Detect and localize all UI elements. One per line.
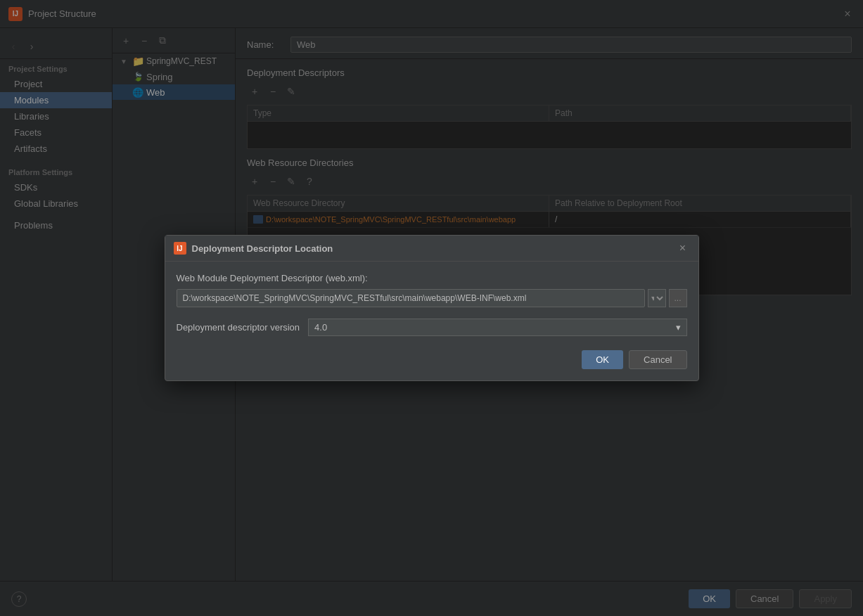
modal-input-row: ▾ ... bbox=[177, 289, 687, 307]
modal-close-button[interactable]: × bbox=[676, 241, 690, 255]
modal-version-value: 4.0 bbox=[314, 322, 327, 333]
modal-title: Deployment Descriptor Location bbox=[192, 243, 670, 254]
modal-title-bar: IJ Deployment Descriptor Location × bbox=[165, 236, 698, 262]
modal-version-row: Deployment descriptor version 4.0 ▾ bbox=[177, 319, 687, 336]
modal-version-label: Deployment descriptor version bbox=[177, 322, 300, 333]
modal-cancel-button[interactable]: Cancel bbox=[629, 350, 686, 369]
modal-path-input[interactable] bbox=[177, 289, 645, 307]
modal-ok-button[interactable]: OK bbox=[582, 350, 623, 369]
modal-path-dropdown[interactable]: ▾ bbox=[648, 289, 666, 307]
modal-body: Web Module Deployment Descriptor (web.xm… bbox=[165, 262, 698, 380]
modal-version-dropdown[interactable]: 4.0 ▾ bbox=[308, 319, 686, 336]
deployment-descriptor-location-modal: IJ Deployment Descriptor Location × Web … bbox=[165, 235, 699, 381]
modal-actions: OK Cancel bbox=[177, 350, 687, 369]
modal-icon: IJ bbox=[174, 242, 186, 255]
modal-overlay: IJ Deployment Descriptor Location × Web … bbox=[0, 0, 863, 616]
modal-browse-button[interactable]: ... bbox=[669, 289, 687, 307]
dropdown-chevron-icon: ▾ bbox=[676, 322, 681, 333]
modal-field-label: Web Module Deployment Descriptor (web.xm… bbox=[177, 273, 687, 283]
